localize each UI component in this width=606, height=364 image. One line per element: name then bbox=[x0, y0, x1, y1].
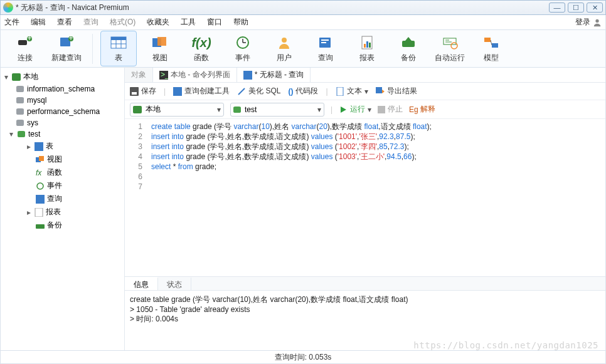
beautify-button[interactable]: 美化 SQL bbox=[237, 86, 280, 96]
run-button[interactable]: 运行▾ bbox=[339, 104, 371, 115]
svg-rect-49 bbox=[376, 87, 382, 93]
svg-point-17 bbox=[282, 38, 287, 43]
maximize-button[interactable]: ☐ bbox=[568, 3, 584, 13]
fx-icon: f(x) bbox=[191, 36, 211, 50]
tab-untitled[interactable]: * 无标题 - 查询 bbox=[237, 68, 311, 82]
svg-rect-8 bbox=[111, 37, 126, 40]
msg-tab-info[interactable]: 信息 bbox=[125, 277, 158, 290]
svg-rect-40 bbox=[36, 224, 45, 229]
message-panel: 信息 状态 create table grade (学号 varchar(10)… bbox=[125, 276, 605, 350]
menu-format[interactable]: 格式(O) bbox=[110, 17, 136, 28]
status-bar: 查询时间: 0.053s bbox=[0, 350, 606, 364]
svg-rect-1 bbox=[18, 40, 27, 45]
tool-view[interactable]: 视图 bbox=[142, 31, 178, 66]
query-icon bbox=[36, 195, 45, 204]
window-title: * 无标题 - 查询 - Navicat Premium bbox=[16, 3, 129, 13]
connection-row: 本地▾ test▾ | 运行▾ 停止 Eg解释 bbox=[125, 100, 605, 119]
svg-rect-13 bbox=[157, 37, 166, 46]
svg-rect-46 bbox=[173, 87, 182, 96]
msg-tab-state[interactable]: 状态 bbox=[158, 277, 191, 290]
tree-test-func[interactable]: fx函数 bbox=[2, 166, 123, 179]
menu-file[interactable]: 文件 bbox=[4, 17, 19, 28]
menu-help[interactable]: 帮助 bbox=[233, 17, 248, 28]
titlebar: * 无标题 - 查询 - Navicat Premium — ☐ ✕ bbox=[0, 0, 606, 15]
connection-tree[interactable]: ▾本地 information_schema mysql performance… bbox=[1, 68, 125, 350]
tool-auto[interactable]: 自动运行 bbox=[432, 31, 468, 66]
editor-tabs: 对象 >_本地 - 命令列界面 * 无标题 - 查询 bbox=[125, 68, 605, 83]
tool-table[interactable]: 表 bbox=[100, 31, 137, 66]
query-toolbar: 保存 | 查询创建工具 美化 SQL ()代码段 | 文本▾ 导出结果 bbox=[125, 83, 605, 100]
svg-rect-31 bbox=[492, 43, 498, 48]
menu-tools[interactable]: 工具 bbox=[181, 17, 196, 28]
minimize-button[interactable]: — bbox=[549, 3, 565, 13]
svg-rect-26 bbox=[444, 38, 456, 44]
code-area[interactable]: create table grade (学号 varchar(10),姓名 va… bbox=[147, 119, 605, 276]
tab-cmdline[interactable]: >_本地 - 命令列界面 bbox=[153, 68, 237, 82]
backup-icon bbox=[400, 36, 417, 49]
tree-test-view[interactable]: 视图 bbox=[2, 153, 123, 166]
explain-button[interactable]: Eg解释 bbox=[409, 104, 435, 115]
svg-rect-19 bbox=[321, 39, 329, 41]
tab-objects[interactable]: 对象 bbox=[125, 68, 153, 82]
tool-event[interactable]: 事件 bbox=[225, 31, 261, 66]
message-body[interactable]: create table grade (学号 varchar(10),姓名 va… bbox=[125, 291, 605, 350]
export-button[interactable]: 导出结果 bbox=[376, 86, 417, 96]
table-icon bbox=[35, 142, 43, 151]
svg-rect-30 bbox=[484, 38, 491, 42]
menu-fav[interactable]: 收藏夹 bbox=[147, 17, 169, 28]
builder-button[interactable]: 查询创建工具 bbox=[173, 86, 230, 96]
menu-view[interactable]: 查看 bbox=[57, 17, 72, 28]
server-icon bbox=[12, 73, 21, 81]
db-dropdown[interactable]: test▾ bbox=[230, 103, 324, 117]
tool-backup[interactable]: 备份 bbox=[390, 31, 427, 66]
view-icon bbox=[151, 36, 169, 49]
server-icon bbox=[133, 105, 142, 114]
svg-text:Eg: Eg bbox=[409, 105, 418, 114]
save-button[interactable]: 保存 bbox=[130, 86, 156, 96]
tree-test-report[interactable]: ▸报表 bbox=[2, 205, 123, 219]
stop-icon bbox=[378, 106, 385, 113]
tree-test-table[interactable]: ▸表 bbox=[2, 140, 123, 153]
export-icon bbox=[376, 87, 385, 96]
person-icon bbox=[277, 35, 292, 50]
menu-window[interactable]: 窗口 bbox=[207, 17, 222, 28]
newquery-icon: + bbox=[57, 35, 76, 50]
tree-db-perf[interactable]: performance_schema bbox=[2, 106, 123, 117]
tree-db-info[interactable]: information_schema bbox=[2, 83, 123, 95]
server-dropdown[interactable]: 本地▾ bbox=[130, 103, 224, 117]
tool-report[interactable]: 报表 bbox=[349, 31, 385, 66]
svg-rect-50 bbox=[133, 106, 142, 113]
close-button[interactable]: ✕ bbox=[587, 3, 603, 13]
tree-test-backup[interactable]: 备份 bbox=[2, 219, 123, 232]
menubar: 文件 编辑 查看 查询 格式(O) 收藏夹 工具 窗口 帮助 登录 bbox=[0, 15, 606, 30]
svg-text:+: + bbox=[27, 35, 31, 43]
tool-query[interactable]: 查询 bbox=[307, 31, 344, 66]
tool-newquery[interactable]: +新建查询 bbox=[48, 31, 85, 66]
tool-connect[interactable]: +连接 bbox=[7, 31, 43, 66]
text-button[interactable]: 文本▾ bbox=[336, 86, 368, 96]
tool-model[interactable]: 模型 bbox=[473, 31, 509, 66]
tool-user[interactable]: 用户 bbox=[266, 31, 302, 66]
menu-edit[interactable]: 编辑 bbox=[31, 17, 46, 28]
login-area[interactable]: 登录 bbox=[575, 17, 602, 28]
svg-rect-45 bbox=[132, 92, 137, 95]
separator bbox=[92, 34, 93, 64]
tree-test-query[interactable]: 查询 bbox=[2, 192, 123, 205]
tree-db-sys[interactable]: sys bbox=[2, 117, 123, 128]
tree-db-mysql[interactable]: mysql bbox=[2, 95, 123, 106]
clock-icon bbox=[235, 35, 250, 50]
clock-icon bbox=[36, 182, 45, 190]
tree-test-event[interactable]: 事件 bbox=[2, 179, 123, 192]
sql-editor[interactable]: 1234567 create table grade (学号 varchar(1… bbox=[125, 119, 605, 276]
menu-query[interactable]: 查询 bbox=[83, 17, 98, 28]
fx-icon: fx bbox=[36, 169, 45, 177]
snippet-button[interactable]: ()代码段 bbox=[288, 86, 318, 96]
tree-db-test[interactable]: ▾test bbox=[2, 128, 123, 140]
table-icon bbox=[110, 36, 127, 49]
line-gutter: 1234567 bbox=[125, 119, 147, 276]
svg-point-37 bbox=[37, 183, 43, 189]
tool-func[interactable]: f(x)函数 bbox=[183, 31, 220, 66]
query-icon bbox=[317, 36, 334, 49]
svg-rect-36 bbox=[39, 156, 44, 161]
tree-root[interactable]: ▾本地 bbox=[2, 70, 123, 83]
